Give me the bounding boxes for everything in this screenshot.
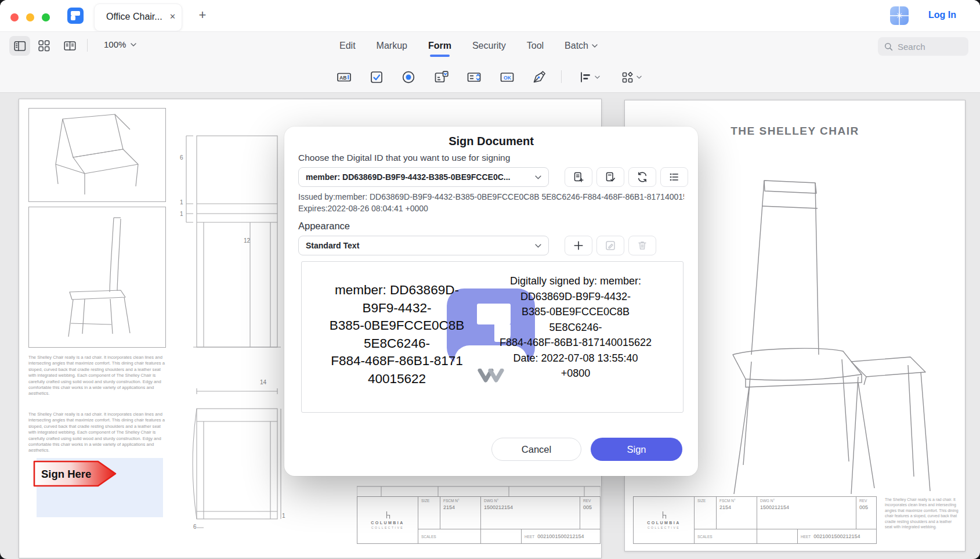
- body-paragraph-1: The Shelley Chair really is a rad chair.…: [28, 355, 167, 397]
- book-view-icon: [64, 41, 76, 51]
- chair-line-drawing: [677, 170, 932, 507]
- refresh-icon: [637, 171, 648, 183]
- chair-glyph-icon: [385, 511, 391, 520]
- login-button[interactable]: Log In: [928, 10, 956, 20]
- title-block: COLUMBIA COLLECTIVE SIZE FSCM N°2154 DWG…: [633, 496, 877, 544]
- checkbox-tool-button[interactable]: [366, 68, 387, 86]
- sign-button[interactable]: Sign: [591, 438, 682, 461]
- list-icon: [668, 171, 680, 183]
- push-button-tool-button[interactable]: OK: [497, 68, 518, 86]
- issued-by-text: Issued by:member: DD63869D-B9F9-4432-B38…: [298, 192, 684, 201]
- table-fragment: [357, 486, 601, 496]
- combo-box-tool-button[interactable]: [464, 68, 484, 86]
- company-logo: COLUMBIA COLLECTIVE: [634, 497, 695, 543]
- zoom-level: 100%: [104, 39, 126, 49]
- dimension-label: 12: [244, 237, 250, 244]
- align-tool-button[interactable]: [574, 68, 605, 86]
- app-window: Office Chair... ✕ + ✳ Log In 100% Edit M…: [0, 0, 980, 559]
- page-note: The Shelley Chair really is a rad chair.…: [885, 497, 960, 529]
- titlebar: Office Chair... ✕ + ✳ Log In: [0, 0, 980, 31]
- chevron-down-icon: [535, 175, 541, 179]
- dialog-title: Sign Document: [284, 135, 698, 148]
- chevron-down-icon: [595, 75, 600, 79]
- file-check-icon: [605, 171, 616, 183]
- delete-appearance-button[interactable]: [628, 236, 656, 255]
- edit-appearance-button[interactable]: [596, 236, 624, 255]
- dropdown-field-icon: [434, 70, 449, 85]
- menu-security[interactable]: Security: [472, 41, 506, 51]
- signature-details-text: Digitally signed by: member: DD63869D-B9…: [477, 273, 674, 381]
- body-paragraph-2: The Shelley Chair really is a rad chair.…: [28, 412, 167, 454]
- menu-batch[interactable]: Batch: [565, 41, 598, 51]
- sign-here-arrow[interactable]: Sign Here: [33, 460, 118, 487]
- close-tab-icon[interactable]: ✕: [169, 12, 176, 21]
- menu-bar: Edit Markup Form Security Tool Batch: [339, 35, 598, 56]
- radio-button-icon: [401, 70, 416, 85]
- cancel-button[interactable]: Cancel: [491, 438, 581, 461]
- close-window-button[interactable]: [10, 13, 19, 21]
- chair-sketch-frame-2: [28, 207, 166, 348]
- plus-icon: [573, 240, 584, 251]
- chevron-down-icon: [535, 244, 541, 248]
- minimize-window-button[interactable]: [26, 13, 34, 21]
- dimension-label: 1: [282, 513, 285, 519]
- text-field-icon: AB: [337, 70, 352, 85]
- ok-button-icon: OK: [500, 70, 515, 85]
- sign-here-label: Sign Here: [41, 468, 91, 480]
- refresh-digital-id-button[interactable]: [628, 167, 656, 187]
- form-tools-row: AB OK: [0, 62, 980, 93]
- svg-text:OK: OK: [504, 75, 512, 81]
- two-page-view-button[interactable]: [59, 36, 80, 56]
- menu-edit[interactable]: Edit: [339, 41, 356, 51]
- chair-sketch-frame-1: [28, 108, 166, 202]
- digital-id-value: member: DD63869D-B9F9-4432-B385-0BE9FCCE…: [306, 172, 535, 182]
- search-icon: [884, 42, 893, 51]
- thumbnail-view-button[interactable]: [34, 36, 55, 56]
- dialog-subtitle: Choose the Digital ID that you want to u…: [298, 153, 510, 163]
- chevron-down-icon: [637, 75, 642, 79]
- text-field-tool-button[interactable]: AB: [334, 68, 355, 86]
- sidebar-toggle-button[interactable]: [9, 36, 30, 56]
- file-plus-icon: [573, 171, 584, 183]
- new-tab-button[interactable]: +: [195, 8, 210, 23]
- menu-tool[interactable]: Tool: [527, 41, 544, 51]
- checkbox-icon: [369, 70, 384, 85]
- validate-digital-id-button[interactable]: [596, 167, 624, 187]
- expires-text: Expires:2022-08-26 08:04:41 +0000: [298, 204, 428, 213]
- svg-text:AB: AB: [339, 75, 346, 81]
- distribute-icon: [621, 71, 634, 84]
- dropdown-field-tool-button[interactable]: [431, 68, 452, 86]
- search-input[interactable]: Search: [878, 37, 968, 56]
- document-tab[interactable]: Office Chair... ✕: [94, 3, 182, 31]
- dimension-label: 6: [180, 154, 183, 161]
- sign-document-dialog: Sign Document Choose the Digital ID that…: [284, 127, 698, 476]
- edit-icon: [605, 240, 616, 251]
- digital-signature-tool-button[interactable]: [529, 68, 549, 86]
- appearance-dropdown[interactable]: Standard Text: [298, 236, 549, 255]
- signature-preview: member: DD63869D- B9F9-4432- B385-0BE9FC…: [301, 261, 684, 413]
- appearance-value: Standard Text: [306, 241, 535, 250]
- chair-glyph-icon: [661, 511, 667, 520]
- tab-title: Office Chair...: [106, 12, 162, 22]
- promo-gift-icon[interactable]: ✳: [890, 6, 909, 25]
- zoom-control[interactable]: 100%: [104, 39, 136, 49]
- dimension-label: 1: [180, 199, 183, 205]
- company-logo: COLUMBIA COLLECTIVE: [357, 497, 418, 543]
- menu-markup[interactable]: Markup: [377, 41, 407, 51]
- maximize-window-button[interactable]: [42, 13, 50, 21]
- appearance-label: Appearance: [298, 221, 350, 232]
- digital-id-list-button[interactable]: [660, 167, 688, 187]
- search-placeholder: Search: [898, 42, 925, 52]
- add-appearance-button[interactable]: [565, 236, 592, 255]
- title-block: COLUMBIA COLLECTIVE SIZE FSCM N°2154 DWG…: [357, 496, 601, 544]
- distribute-tool-button[interactable]: [616, 68, 646, 86]
- combo-box-icon: [467, 70, 482, 85]
- radio-button-tool-button[interactable]: [398, 68, 419, 86]
- dimension-label: 1: [180, 211, 183, 217]
- align-icon: [580, 71, 592, 83]
- add-digital-id-button[interactable]: [565, 167, 592, 187]
- trash-icon: [637, 240, 648, 251]
- menu-form[interactable]: Form: [428, 41, 451, 51]
- dimension-label: 6: [193, 524, 197, 530]
- digital-id-dropdown[interactable]: member: DD63869D-B9F9-4432-B385-0BE9FCCE…: [298, 167, 549, 187]
